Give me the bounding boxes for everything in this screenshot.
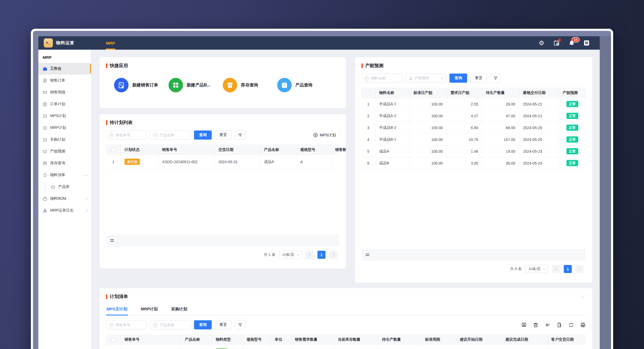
prev-page-button[interactable] bbox=[552, 265, 560, 273]
sidebar-item-sales-detail[interactable]: 销售明细 bbox=[38, 86, 91, 98]
material-name-input-field[interactable] bbox=[371, 76, 399, 80]
sidebar-item-sales-orders[interactable]: 销售订单 bbox=[38, 75, 91, 86]
page-size-select[interactable]: 10条/页 bbox=[525, 265, 548, 273]
filter-funnel-button[interactable] bbox=[490, 74, 501, 83]
box-icon bbox=[43, 114, 47, 118]
demand-qty-cell: 29 bbox=[291, 345, 334, 349]
print-icon[interactable] bbox=[580, 322, 586, 328]
order-no-input-field[interactable] bbox=[116, 323, 144, 327]
quick-app-inventory-query[interactable]: 库存查询 bbox=[223, 78, 277, 92]
tab-mps-master-plan[interactable]: MPS主计划 bbox=[106, 304, 128, 315]
mps-plan-button[interactable]: MPS计划 bbox=[313, 133, 336, 138]
query-button[interactable]: 查询 bbox=[194, 320, 212, 329]
sidebar-item-mrp-log[interactable]: MRP运算日志 bbox=[38, 205, 91, 216]
table-row[interactable]: 4 半成品B-1 100.00 10.70 107.00 2024-05-20 … bbox=[361, 134, 586, 146]
tab-mrp-plan[interactable]: MRP计划 bbox=[140, 304, 158, 315]
reset-button[interactable]: 重置 bbox=[215, 320, 232, 329]
sidebar-item-order-plan[interactable]: 订单计划 bbox=[38, 98, 91, 110]
pending-qty-cell: 107.00 bbox=[482, 134, 519, 145]
latest-date-cell: 2024-05-21 bbox=[519, 110, 559, 122]
order-no-input-field[interactable] bbox=[116, 133, 144, 137]
refresh-icon[interactable] bbox=[568, 322, 574, 328]
sidebar-item-mrp-plan[interactable]: MRP计划 bbox=[38, 122, 91, 134]
pagination-total: 共 6 条 bbox=[510, 267, 522, 271]
select-all-checkbox[interactable] bbox=[106, 144, 121, 155]
select-all-checkbox[interactable] bbox=[361, 88, 375, 98]
page-number-button[interactable]: 1 bbox=[317, 251, 325, 259]
table-row[interactable]: 5 成品A 100.00 1.46 19.00 2024-05-23 正常 bbox=[361, 146, 586, 157]
delete-trash-icon[interactable] bbox=[533, 322, 539, 328]
table-row[interactable]: 1 XSDD-20240510-002 成品A 成品 A 个 29 10 19 … bbox=[106, 345, 586, 349]
product-name-input[interactable] bbox=[150, 320, 191, 329]
capacity-forecast-card: 产能预测 产能预测 bbox=[355, 57, 592, 283]
sidebar-item-workbench[interactable]: 工作台 bbox=[38, 63, 91, 75]
quick-app-new-sales-order[interactable]: 新建销售订单 bbox=[114, 78, 169, 92]
tab-purchase-plan[interactable]: 采购计划 bbox=[171, 304, 188, 315]
sidebar-item-capacity-forecast[interactable]: 产能预测 bbox=[38, 146, 91, 157]
column-header: 销售单号 bbox=[158, 144, 215, 155]
export-file-icon[interactable] bbox=[557, 322, 562, 328]
section-title-text: 快捷应用 bbox=[110, 63, 128, 69]
quick-app-new-product[interactable]: 新建产品B... bbox=[169, 78, 223, 92]
product-name-input-field[interactable] bbox=[160, 133, 188, 137]
product-name-input-field[interactable] bbox=[160, 323, 188, 327]
sync-icon bbox=[43, 173, 47, 177]
order-no-input[interactable] bbox=[106, 320, 147, 329]
checkbox-icon bbox=[111, 148, 115, 152]
status-badge: 正常 bbox=[566, 148, 578, 154]
table-row[interactable]: 1 未计划 XSDD-20240511-001 2024-05-31 成品A A bbox=[106, 155, 339, 169]
page-size-select[interactable]: 10条/页 bbox=[279, 251, 302, 259]
demand-capacity-cell: 4.27 bbox=[447, 110, 482, 122]
window-scrollbar[interactable] bbox=[600, 36, 611, 349]
sidebar-item-material-bom[interactable]: 物料BOM bbox=[38, 193, 91, 205]
reset-button[interactable]: 重置 bbox=[470, 74, 487, 83]
collapse-chevron-icon[interactable] bbox=[581, 294, 585, 298]
chevron-down-icon bbox=[543, 267, 546, 270]
query-button[interactable]: 查询 bbox=[194, 130, 212, 140]
table-header: 物料名称 标准日产能 需求日产能 待生产数量 最晚交付日期 产能预测 bbox=[361, 88, 586, 98]
sidebar-header: MRP bbox=[38, 51, 91, 63]
bell-icon[interactable]: 14 bbox=[568, 39, 575, 46]
prev-page-button[interactable] bbox=[306, 251, 314, 259]
filter-funnel-button[interactable] bbox=[235, 130, 246, 140]
sidebar-item-mps-plan[interactable]: MPS计划 bbox=[38, 110, 91, 122]
order-no-input[interactable] bbox=[106, 130, 147, 140]
grid-squares-icon bbox=[169, 78, 183, 92]
status-badge: 未计划 bbox=[125, 159, 140, 165]
sidebar-item-inventory-query[interactable]: 库存查询 bbox=[38, 157, 91, 169]
table-row[interactable]: 3 半成品B-2 100.00 6.80 68.00 2024-05-20 正常 bbox=[361, 122, 586, 134]
sidebar-item-material-list[interactable]: 物料清单 bbox=[38, 169, 91, 181]
column-config-gear-icon[interactable] bbox=[545, 322, 550, 328]
sidebar-item-purchase-plan[interactable]: 采购计划 bbox=[38, 134, 91, 146]
product-name-input[interactable] bbox=[150, 130, 191, 140]
std-capacity-cell: 100.00 bbox=[410, 98, 447, 110]
settings-gear-icon[interactable]: ⚙ bbox=[538, 39, 545, 46]
material-type-cell: 成品 bbox=[212, 345, 243, 349]
material-name-input[interactable] bbox=[361, 74, 402, 83]
column-header: 产品名称 bbox=[260, 144, 297, 155]
forecast-select[interactable]: 产能预测 bbox=[405, 74, 446, 83]
column-settings-icon[interactable] bbox=[583, 39, 590, 46]
quick-app-product-query[interactable]: 产品查询 bbox=[277, 78, 332, 92]
column-header: 单位 bbox=[271, 334, 291, 345]
import-user-icon[interactable] bbox=[521, 322, 527, 328]
next-page-button[interactable] bbox=[576, 265, 584, 273]
chevron-down-icon bbox=[297, 253, 299, 256]
query-button[interactable]: 查询 bbox=[449, 74, 467, 83]
table-row[interactable]: 6 成品B 100.00 3.00 39.00 2024-05-23 正常 bbox=[361, 157, 586, 169]
task-calendar-icon[interactable] bbox=[553, 39, 560, 46]
pending-plan-card: 待计划列表 bbox=[100, 114, 346, 268]
table-row[interactable]: 1 半成品A-1 100.00 2.55 28.00 2024-05-21 正常 bbox=[361, 98, 586, 110]
demand-capacity-cell: 1.46 bbox=[447, 146, 482, 157]
sidebar-item-product-library[interactable]: 产品库 bbox=[38, 181, 91, 193]
demand-capacity-cell: 6.80 bbox=[447, 122, 482, 133]
reset-button[interactable]: 重置 bbox=[215, 130, 232, 140]
filter-funnel-button[interactable] bbox=[235, 320, 246, 329]
chevron-down-icon bbox=[441, 77, 444, 79]
page-number-button[interactable]: 1 bbox=[564, 265, 572, 273]
select-all-checkbox[interactable] bbox=[106, 334, 121, 345]
next-page-button[interactable] bbox=[329, 251, 337, 259]
table-row[interactable]: 2 半成品A-2 100.00 4.27 47.00 2024-05-21 正常 bbox=[361, 110, 586, 122]
nav-tab-mrp[interactable]: MRP bbox=[106, 36, 115, 50]
sidebar-item-label: 订单计划 bbox=[50, 102, 65, 107]
